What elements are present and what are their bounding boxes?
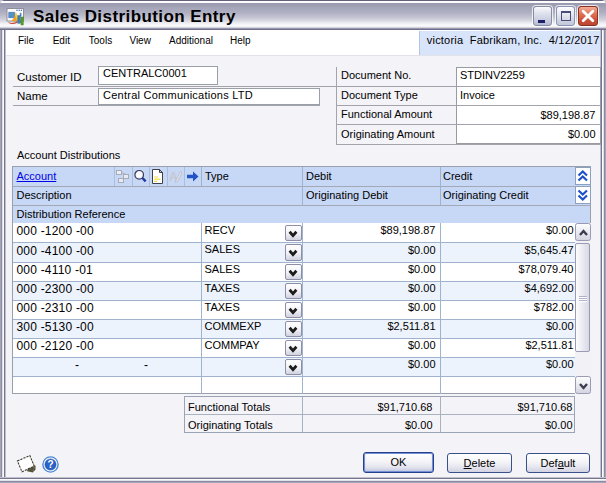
svg-text:?: ? xyxy=(47,459,53,470)
